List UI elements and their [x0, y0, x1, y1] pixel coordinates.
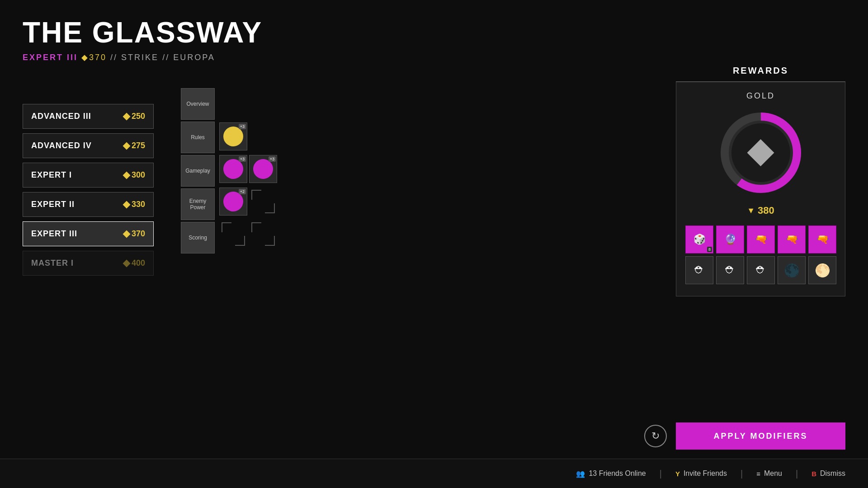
reward-icon: 🔫 — [786, 234, 798, 245]
diff-expert-ii[interactable]: EXPERT II 330 — [23, 192, 154, 217]
reward-icon: 🔮 — [724, 234, 736, 245]
dismiss-label: Dismiss — [820, 469, 845, 478]
diff-expert-i[interactable]: EXPERT I 300 — [23, 163, 154, 188]
mod-circle-pink — [223, 192, 243, 211]
tree-label-overview[interactable]: Overview — [181, 88, 215, 120]
mod-slot-enemy-empty — [249, 188, 277, 216]
menu-button[interactable]: ≡ Menu — [756, 469, 782, 478]
power-diamond-icon — [123, 113, 130, 120]
diff-power: 300 — [124, 170, 145, 180]
apply-modifiers-button[interactable]: APPLY MODIFIERS — [676, 422, 845, 450]
mod-slot-scoring-empty-2 — [249, 220, 277, 248]
dismiss-button[interactable]: B Dismiss — [811, 469, 845, 478]
y-key-icon: Y — [675, 470, 680, 478]
diff-power: 400 — [124, 258, 145, 268]
tree-row-scoring — [219, 218, 277, 250]
reward-item-3[interactable]: 🔫 — [778, 225, 806, 253]
rewards-box: GOLD ▼ 380 🎲 — [676, 82, 845, 296]
power-diamond-icon — [123, 201, 130, 208]
invite-friends[interactable]: Y Invite Friends — [675, 469, 727, 478]
mod-circle-yellow — [223, 127, 243, 146]
diff-power: 250 — [124, 112, 145, 121]
power-label: ◆370 — [81, 53, 107, 62]
separator-2: | — [741, 469, 743, 479]
diff-name: MASTER I — [31, 258, 74, 268]
reward-icon: 🎲 — [693, 234, 706, 245]
mod-badge: +2 — [239, 189, 246, 194]
separator-1: | — [660, 469, 662, 479]
diff-name: EXPERT II — [31, 200, 75, 209]
mod-badge: +3 — [269, 156, 276, 162]
rewards-panel: REWARDS GOLD ▼ 380 — [676, 66, 845, 296]
diff-name: ADVANCED IV — [31, 141, 92, 150]
tree-row-rules: +3 — [219, 121, 277, 152]
mod-slot-gameplay-2[interactable]: +3 — [249, 155, 277, 183]
reward-item-5[interactable]: ⛑ — [685, 256, 713, 284]
reward-item-4[interactable]: 🔫 — [808, 225, 836, 253]
friends-count: 13 Friends Online — [589, 469, 646, 478]
reward-item-7[interactable]: ⛑ — [747, 256, 775, 284]
subtitle: EXPERT III ◆370 // STRIKE // EUROPA — [23, 52, 262, 62]
mod-slot-scoring-empty-1 — [219, 220, 247, 248]
mod-badge: +3 — [239, 156, 246, 162]
mod-circle-pink — [223, 159, 243, 179]
mod-slot-gameplay-1[interactable]: +3 — [219, 155, 247, 183]
tree-label-enemy-power[interactable]: EnemyPower — [181, 188, 215, 220]
title-area: THE GLASSWAY EXPERT III ◆370 // STRIKE /… — [23, 18, 262, 62]
reward-icon: 🔫 — [755, 234, 767, 245]
friends-online: 👥 13 Friends Online — [576, 469, 646, 478]
tree-nodes: +3 +3 +3 +2 — [219, 88, 277, 250]
diff-expert-iii[interactable]: EXPERT III 370 — [23, 221, 154, 246]
reward-icon: 🌕 — [815, 263, 830, 278]
bottom-bar: 👥 13 Friends Online | Y Invite Friends |… — [0, 459, 868, 488]
apply-modifiers-area: ↻ APPLY MODIFIERS — [644, 422, 845, 450]
menu-label: Menu — [764, 469, 782, 478]
reward-item-0[interactable]: 🎲 8 — [685, 225, 713, 253]
reward-ring — [716, 108, 806, 198]
tree-labels: Overview Rules Gameplay EnemyPower Scori… — [181, 88, 215, 254]
difficulty-label: EXPERT III — [23, 53, 78, 62]
mod-circle-pink — [253, 159, 273, 179]
rewards-title: REWARDS — [676, 66, 845, 82]
diff-advanced-iii[interactable]: ADVANCED III 250 — [23, 104, 154, 129]
reward-icon: ⛑ — [694, 264, 704, 276]
power-diamond-icon — [123, 259, 130, 267]
reward-item-6[interactable]: ⛑ — [716, 256, 744, 284]
reward-item-1[interactable]: 🔮 — [716, 225, 744, 253]
diff-name: EXPERT I — [31, 170, 72, 180]
tree-row-gameplay: +3 +3 — [219, 153, 277, 185]
b-key-icon: B — [811, 470, 816, 478]
mod-badge: +3 — [239, 124, 246, 129]
reward-item-2[interactable]: 🔫 — [747, 225, 775, 253]
refresh-button[interactable]: ↻ — [644, 425, 667, 447]
modifier-tree: Overview Rules Gameplay EnemyPower Scori… — [181, 88, 277, 254]
tree-label-gameplay[interactable]: Gameplay — [181, 155, 215, 187]
diff-power: 275 — [124, 141, 145, 150]
reward-icon: ⛑ — [756, 264, 766, 276]
reward-grid-row2: ⛑ ⛑ ⛑ 🌑 🌕 — [685, 256, 836, 284]
power-diamond-icon — [123, 230, 130, 238]
page-title: THE GLASSWAY — [23, 18, 262, 47]
power-diamond-icon — [123, 142, 130, 150]
reward-icon: 🔫 — [816, 234, 829, 245]
diff-power: 370 — [124, 229, 145, 239]
tree-row-enemy: +2 — [219, 186, 277, 217]
reward-grid-row1: 🎲 8 🔮 🔫 🔫 🔫 — [685, 225, 836, 253]
diff-master-i[interactable]: MASTER I 400 — [23, 251, 154, 276]
diff-power: 330 — [124, 200, 145, 209]
tree-label-scoring[interactable]: Scoring — [181, 222, 215, 253]
tree-label-rules[interactable]: Rules — [181, 122, 215, 153]
diff-name: EXPERT III — [31, 229, 77, 239]
reward-item-9[interactable]: 🌕 — [808, 256, 836, 284]
reward-item-8[interactable]: 🌑 — [778, 256, 806, 284]
reward-badge: 8 — [707, 247, 712, 252]
diff-name: ADVANCED III — [31, 112, 91, 121]
invite-label: Invite Friends — [684, 469, 727, 478]
reward-icon: ⛑ — [725, 264, 735, 276]
mod-slot-enemy-1[interactable]: +2 — [219, 188, 247, 216]
power-diamond-icon — [123, 171, 130, 179]
chevron-down-icon: ▼ — [747, 206, 755, 216]
mod-slot-rules-1[interactable]: +3 — [219, 122, 247, 150]
friends-icon: 👥 — [576, 469, 585, 478]
diff-advanced-iv[interactable]: ADVANCED IV 275 — [23, 133, 154, 158]
